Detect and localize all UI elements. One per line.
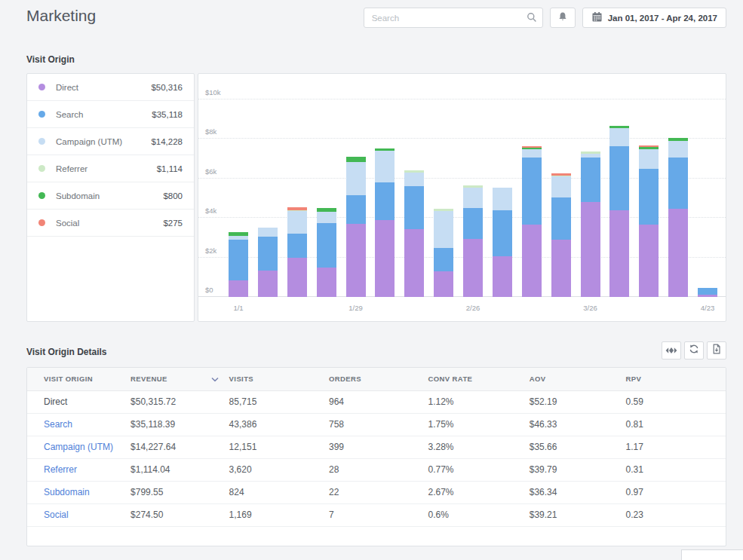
visit-origin-chart: $0$2k$4k$6k$8k$10k1/11/292/263/264/23: [198, 73, 726, 322]
bar-segment-direct: [668, 209, 688, 297]
bar-segment-direct: [346, 224, 366, 297]
visit-origin-details-table-card: VISIT ORIGINREVENUEVISITSORDERSCONV RATE…: [26, 367, 726, 546]
data-cell: 1.17: [626, 436, 726, 458]
bar-segment-search: [698, 288, 717, 295]
bell-icon: [557, 11, 568, 25]
legend-item[interactable]: Search$35,118: [27, 101, 194, 128]
legend-item[interactable]: Referrer$1,114: [27, 155, 194, 182]
chart-bar[interactable]: [434, 209, 453, 297]
data-cell: 758: [329, 413, 428, 436]
chart-bar[interactable]: [522, 146, 542, 297]
data-cell: 7: [329, 503, 428, 526]
chart-ytick-label: $8k: [205, 127, 216, 136]
bar-segment-search: [317, 223, 336, 268]
refresh-button[interactable]: [684, 341, 704, 360]
legend-item[interactable]: Social$275: [27, 210, 194, 237]
origin-link[interactable]: Social: [44, 510, 69, 520]
legend-label: Direct: [56, 83, 151, 92]
chart-bar[interactable]: 1/29: [346, 157, 366, 297]
data-cell: $35.66: [530, 436, 626, 458]
origin-cell[interactable]: Search: [27, 413, 130, 436]
legend-item[interactable]: Campaign (UTM)$14,228: [27, 128, 194, 155]
origin-cell[interactable]: Social: [27, 503, 130, 526]
chart-bar[interactable]: [258, 228, 278, 297]
column-header[interactable]: VISIT ORIGIN: [27, 368, 130, 390]
origin-link[interactable]: Referrer: [44, 464, 77, 475]
bottom-right-widget[interactable]: [681, 549, 743, 560]
bar-segment-search: [287, 234, 307, 257]
legend-dot-icon: [38, 138, 45, 145]
legend-dot-icon: [38, 192, 45, 199]
origin-link[interactable]: Search: [44, 419, 72, 430]
legend-item[interactable]: Subdomain$800: [27, 182, 194, 210]
visit-origin-details-heading: Visit Origin Details: [26, 347, 106, 357]
column-header[interactable]: ORDERS: [329, 368, 428, 390]
data-cell: 3,620: [229, 458, 329, 481]
view-toggle-button[interactable]: [662, 341, 681, 360]
column-header[interactable]: RPV: [626, 368, 726, 390]
bar-segment-campaign-utm: [639, 149, 659, 169]
chart-plot: $0$2k$4k$6k$8k$10k1/11/292/263/264/23: [198, 99, 726, 297]
chart-bar[interactable]: [493, 188, 512, 297]
origin-cell[interactable]: Referrer: [27, 458, 130, 481]
chart-ytick-label: $2k: [205, 246, 216, 255]
search-icon[interactable]: [527, 12, 537, 26]
bar-segment-campaign-utm: [522, 149, 542, 158]
column-header[interactable]: CONV RATE: [428, 368, 530, 390]
origin-cell: Direct: [27, 390, 130, 413]
bar-segment-campaign-utm: [493, 188, 512, 210]
chart-bar[interactable]: [317, 208, 336, 297]
chart-bar[interactable]: [551, 173, 571, 297]
chart-bar[interactable]: [375, 148, 395, 297]
chart-ytick-label: $4k: [205, 207, 216, 215]
chart-ytick-label: $6k: [205, 167, 216, 176]
chart-bar[interactable]: [668, 138, 688, 297]
legend-value: $275: [163, 219, 183, 228]
origin-link[interactable]: Subdomain: [44, 487, 90, 497]
chart-bar[interactable]: 3/26: [581, 151, 600, 297]
bar-segment-direct: [581, 202, 600, 297]
date-range-label: Jan 01, 2017 - Apr 24, 2017: [608, 14, 717, 23]
origin-cell[interactable]: Subdomain: [27, 481, 130, 503]
column-header[interactable]: VISITS: [229, 368, 329, 390]
legend-item[interactable]: Direct$50,316: [27, 74, 194, 101]
bar-segment-search: [258, 237, 278, 271]
search-input[interactable]: [364, 8, 543, 28]
chart-bar[interactable]: [404, 170, 424, 297]
column-header[interactable]: REVENUE: [130, 368, 229, 390]
chart-ytick-label: $0: [205, 286, 213, 294]
bar-segment-search: [346, 195, 366, 224]
data-cell: 0.97: [626, 481, 726, 503]
details-toolbar: [662, 341, 726, 360]
bar-segment-search: [522, 158, 542, 225]
origin-link[interactable]: Campaign (UTM): [44, 442, 113, 452]
chart-xtick-label: 3/26: [583, 304, 597, 312]
legend-label: Subdomain: [56, 191, 163, 200]
column-header[interactable]: AOV: [530, 368, 626, 390]
legend-value: $35,118: [152, 110, 183, 119]
bar-segment-search: [493, 210, 512, 257]
date-range-picker[interactable]: Jan 01, 2017 - Apr 24, 2017: [582, 8, 726, 28]
data-cell: 22: [329, 481, 428, 503]
legend-dot-icon: [38, 165, 45, 172]
bar-segment-search: [375, 182, 395, 220]
data-cell: 2.67%: [428, 481, 530, 503]
notifications-button[interactable]: [550, 8, 576, 28]
legend-dot-icon: [38, 84, 45, 90]
chart-bar[interactable]: [287, 207, 307, 297]
bar-segment-direct: [404, 229, 424, 297]
legend-value: $800: [163, 191, 183, 200]
chart-bar[interactable]: [639, 145, 659, 297]
origin-cell[interactable]: Campaign (UTM): [27, 436, 130, 458]
data-cell: 1.12%: [428, 390, 530, 413]
table-row: Direct$50,315.7285,7159641.12%$52.190.59: [27, 390, 726, 413]
bar-segment-campaign-utm: [287, 211, 307, 234]
chart-bar[interactable]: 1/1: [229, 232, 248, 297]
bar-segment-direct: [493, 256, 512, 297]
export-button[interactable]: [707, 341, 726, 360]
chart-bar[interactable]: 4/23: [698, 288, 717, 297]
view-toggle-icon: [665, 344, 677, 357]
chart-bar[interactable]: 2/26: [463, 185, 483, 297]
chart-bar[interactable]: [609, 126, 629, 297]
bar-segment-direct: [522, 225, 542, 297]
